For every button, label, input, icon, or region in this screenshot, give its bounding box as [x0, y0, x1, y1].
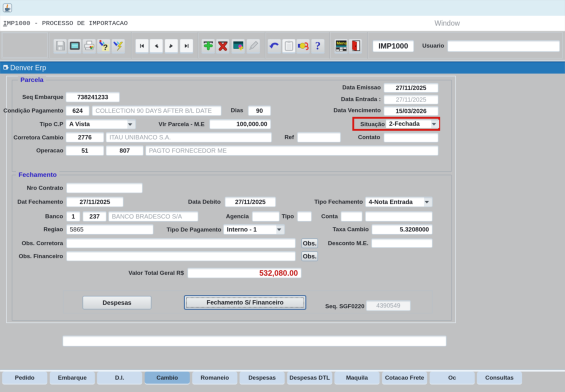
- svg-text:?: ?: [103, 43, 108, 52]
- svg-text:Menu: Menu: [337, 41, 347, 45]
